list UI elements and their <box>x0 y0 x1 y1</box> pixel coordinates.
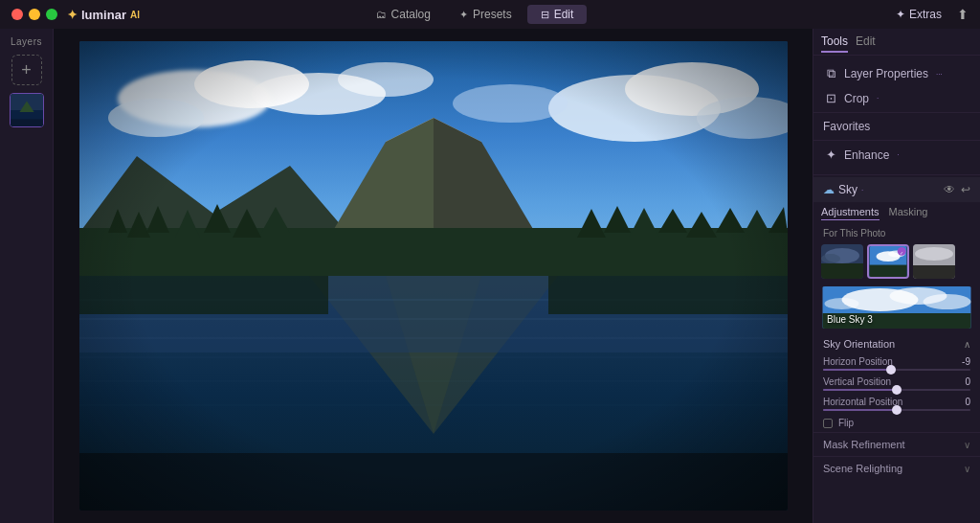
layers-label: Layers <box>6 36 47 47</box>
app-logo: ✦ luminar AI <box>67 8 140 22</box>
tools-section: ⧉ Layer Properties ··· ⊡ Crop · Favorite… <box>813 56 980 172</box>
sky-preset-blue[interactable]: ✓ <box>867 244 909 279</box>
for-this-photo-label: For This Photo <box>813 224 980 240</box>
edit-tab-label: Edit <box>856 34 876 48</box>
mask-refinement-label: Mask Refinement <box>823 439 905 450</box>
favorites-label: Favorites <box>823 120 870 133</box>
tab-adjustments[interactable]: Adjustments <box>821 206 880 220</box>
sky-visibility-button[interactable]: 👁 <box>944 183 955 196</box>
sky-presets-row: ✓ <box>813 240 980 283</box>
horizontal-position-fill <box>823 409 897 411</box>
masking-tab-label: Masking <box>889 206 928 217</box>
close-button[interactable] <box>11 9 23 20</box>
layer-thumbnail[interactable] <box>10 93 44 127</box>
catalog-icon: 🗂 <box>376 9 387 20</box>
presets-icon: ✦ <box>459 9 468 21</box>
horizontal-position-value: 0 <box>955 397 970 407</box>
tab-edit-panel[interactable]: Edit <box>856 34 876 53</box>
svg-rect-60 <box>913 265 955 279</box>
right-panel: Tools Edit ⧉ Layer Properties ··· ⊡ Crop… <box>813 29 980 523</box>
crop-label: Crop <box>844 92 869 105</box>
extras-button[interactable]: ✦ Extras <box>886 5 951 24</box>
add-layer-button[interactable]: + <box>11 55 42 85</box>
app-name-label: luminar <box>81 8 126 22</box>
canvas-area <box>54 29 813 523</box>
sky-orientation-collapse[interactable]: ∧ <box>964 339 970 350</box>
sky-cloud-icon: ☁ <box>823 183 835 196</box>
svg-point-67 <box>924 294 971 309</box>
vertical-position-track[interactable] <box>823 389 970 391</box>
titlebar: ✦ luminar AI 🗂 Catalog ✦ Presets ⊟ Edit … <box>0 0 980 29</box>
horizon-label-row: Horizon Position -9 <box>823 356 970 367</box>
edit-icon: ⊟ <box>541 9 549 21</box>
horizon-position-value: -9 <box>955 356 970 367</box>
vertical-position-thumb[interactable] <box>892 385 902 395</box>
sky-selected-preview[interactable]: Blue Sky 3 <box>821 286 972 329</box>
sky-label: Sky <box>838 183 858 196</box>
mask-refinement-section[interactable]: Mask Refinement ∨ <box>813 432 980 456</box>
horizon-position-track[interactable] <box>823 369 970 371</box>
presets-label: Presets <box>473 8 512 21</box>
horizon-position-row: Horizon Position -9 <box>813 353 980 374</box>
divider-1 <box>813 112 980 113</box>
minimize-button[interactable] <box>29 9 40 20</box>
flip-row: Flip <box>813 414 980 432</box>
sky-actions: 👁 ↩ <box>944 183 970 196</box>
tab-tools[interactable]: Tools <box>821 34 848 53</box>
crop-item[interactable]: ⊡ Crop · <box>813 86 980 110</box>
sky-preset-storm[interactable] <box>821 244 863 279</box>
star-icon: ✦ <box>67 8 78 22</box>
horizontal-position-thumb[interactable] <box>892 405 902 415</box>
enhance-item[interactable]: ✦ Enhance · <box>813 143 980 167</box>
svg-rect-50 <box>821 263 863 279</box>
svg-point-68 <box>825 298 859 309</box>
layer-properties-item[interactable]: ⧉ Layer Properties ··· <box>813 61 980 86</box>
favorites-item[interactable]: Favorites <box>813 115 980 138</box>
nav-tabs: 🗂 Catalog ✦ Presets ⊟ Edit <box>363 5 588 24</box>
horizontal-position-label: Horizontal Position <box>823 397 902 407</box>
flip-checkbox[interactable] <box>823 419 833 428</box>
vertical-position-label: Vertical Position <box>823 376 891 387</box>
photo-canvas <box>79 41 788 511</box>
horizontal-position-row: Horizontal Position 0 <box>813 394 980 414</box>
share-icon: ⬆ <box>957 7 969 22</box>
sky-preset-overcast[interactable] <box>913 244 955 279</box>
enhance-icon: ✦ <box>823 148 838 162</box>
horizon-position-thumb[interactable] <box>886 365 896 375</box>
divider-2 <box>813 140 980 141</box>
adjustments-tab-label: Adjustments <box>821 206 880 217</box>
enhance-badge: · <box>897 150 899 159</box>
tab-masking[interactable]: Masking <box>889 206 928 220</box>
tools-tab-label: Tools <box>821 34 848 48</box>
catalog-label: Catalog <box>391 8 431 21</box>
traffic-lights <box>11 9 57 20</box>
vertical-position-row: Vertical Position 0 <box>813 374 980 394</box>
panel-tabs: Tools Edit <box>813 29 980 56</box>
layer-properties-label: Layer Properties <box>844 67 928 80</box>
horizon-position-label: Horizon Position <box>823 356 893 367</box>
maximize-button[interactable] <box>46 9 57 20</box>
sky-orientation-label: Sky Orientation <box>823 338 895 350</box>
horizontal-position-track[interactable] <box>823 409 970 411</box>
adjustment-tabs: Adjustments Masking <box>813 202 980 224</box>
share-button[interactable]: ⬆ <box>957 7 969 22</box>
layer-properties-icon: ⧉ <box>823 66 838 81</box>
photo-container <box>79 41 788 511</box>
tab-catalog[interactable]: 🗂 Catalog <box>363 5 444 24</box>
svg-point-52 <box>821 254 840 263</box>
tab-edit[interactable]: ⊟ Edit <box>527 5 588 24</box>
layer-thumb-image <box>11 94 43 126</box>
svg-point-62 <box>915 247 953 261</box>
sky-undo-button[interactable]: ↩ <box>961 183 970 196</box>
svg-text:✓: ✓ <box>900 250 903 256</box>
vertical-position-value: 0 <box>955 376 970 387</box>
tab-presets[interactable]: ✦ Presets <box>446 5 525 24</box>
horizon-position-fill <box>823 369 891 371</box>
extras-label: Extras <box>909 8 942 21</box>
scene-relighting-section[interactable]: Scene Relighting ∨ <box>813 456 980 480</box>
enhance-label: Enhance <box>844 148 889 162</box>
sky-badge: · <box>861 186 863 194</box>
extras-star-icon: ✦ <box>896 8 905 21</box>
divider-3 <box>813 174 980 175</box>
svg-rect-48 <box>79 41 788 511</box>
